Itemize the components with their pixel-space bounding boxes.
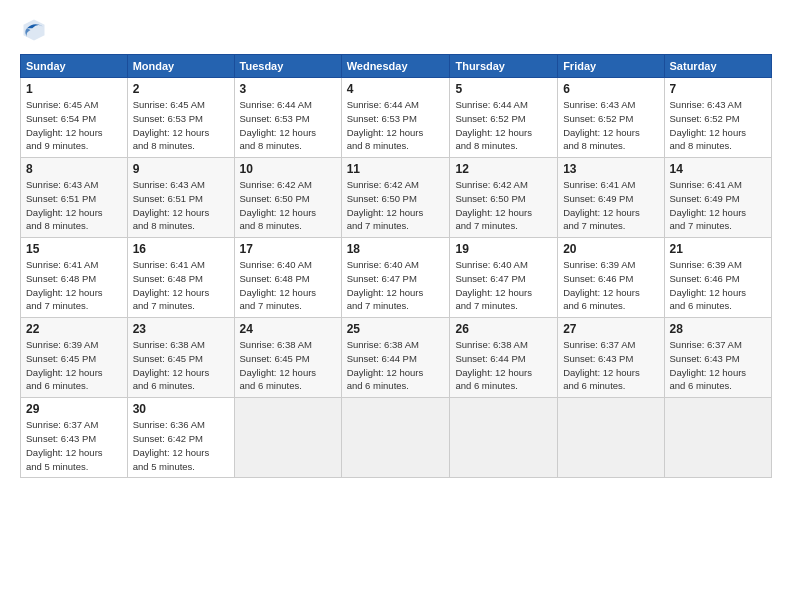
weekday-header-monday: Monday — [127, 55, 234, 78]
day-number: 16 — [133, 242, 229, 256]
calendar-cell: 27Sunrise: 6:37 AM Sunset: 6:43 PM Dayli… — [558, 318, 664, 398]
day-number: 22 — [26, 322, 122, 336]
calendar-cell: 16Sunrise: 6:41 AM Sunset: 6:48 PM Dayli… — [127, 238, 234, 318]
calendar-cell: 28Sunrise: 6:37 AM Sunset: 6:43 PM Dayli… — [664, 318, 771, 398]
day-info: Sunrise: 6:43 AM Sunset: 6:51 PM Dayligh… — [26, 178, 122, 233]
calendar-cell — [234, 398, 341, 478]
day-number: 1 — [26, 82, 122, 96]
weekday-header-thursday: Thursday — [450, 55, 558, 78]
calendar-cell: 26Sunrise: 6:38 AM Sunset: 6:44 PM Dayli… — [450, 318, 558, 398]
day-info: Sunrise: 6:41 AM Sunset: 6:49 PM Dayligh… — [670, 178, 766, 233]
day-number: 17 — [240, 242, 336, 256]
day-number: 23 — [133, 322, 229, 336]
calendar-cell: 22Sunrise: 6:39 AM Sunset: 6:45 PM Dayli… — [21, 318, 128, 398]
calendar-cell: 30Sunrise: 6:36 AM Sunset: 6:42 PM Dayli… — [127, 398, 234, 478]
page: SundayMondayTuesdayWednesdayThursdayFrid… — [0, 0, 792, 612]
calendar-cell: 24Sunrise: 6:38 AM Sunset: 6:45 PM Dayli… — [234, 318, 341, 398]
calendar-cell: 9Sunrise: 6:43 AM Sunset: 6:51 PM Daylig… — [127, 158, 234, 238]
calendar-week-5: 29Sunrise: 6:37 AM Sunset: 6:43 PM Dayli… — [21, 398, 772, 478]
calendar-cell — [558, 398, 664, 478]
calendar-week-3: 15Sunrise: 6:41 AM Sunset: 6:48 PM Dayli… — [21, 238, 772, 318]
day-number: 18 — [347, 242, 445, 256]
calendar-week-1: 1Sunrise: 6:45 AM Sunset: 6:54 PM Daylig… — [21, 78, 772, 158]
day-number: 6 — [563, 82, 658, 96]
day-number: 4 — [347, 82, 445, 96]
day-info: Sunrise: 6:41 AM Sunset: 6:48 PM Dayligh… — [133, 258, 229, 313]
day-info: Sunrise: 6:41 AM Sunset: 6:48 PM Dayligh… — [26, 258, 122, 313]
day-info: Sunrise: 6:40 AM Sunset: 6:47 PM Dayligh… — [347, 258, 445, 313]
day-number: 15 — [26, 242, 122, 256]
day-info: Sunrise: 6:37 AM Sunset: 6:43 PM Dayligh… — [26, 418, 122, 473]
calendar-cell: 1Sunrise: 6:45 AM Sunset: 6:54 PM Daylig… — [21, 78, 128, 158]
calendar-cell: 17Sunrise: 6:40 AM Sunset: 6:48 PM Dayli… — [234, 238, 341, 318]
day-number: 8 — [26, 162, 122, 176]
day-number: 9 — [133, 162, 229, 176]
day-info: Sunrise: 6:37 AM Sunset: 6:43 PM Dayligh… — [563, 338, 658, 393]
day-info: Sunrise: 6:42 AM Sunset: 6:50 PM Dayligh… — [455, 178, 552, 233]
day-info: Sunrise: 6:38 AM Sunset: 6:44 PM Dayligh… — [347, 338, 445, 393]
day-info: Sunrise: 6:40 AM Sunset: 6:48 PM Dayligh… — [240, 258, 336, 313]
calendar-week-2: 8Sunrise: 6:43 AM Sunset: 6:51 PM Daylig… — [21, 158, 772, 238]
day-number: 5 — [455, 82, 552, 96]
calendar-cell: 20Sunrise: 6:39 AM Sunset: 6:46 PM Dayli… — [558, 238, 664, 318]
day-number: 3 — [240, 82, 336, 96]
calendar-cell — [341, 398, 450, 478]
day-number: 2 — [133, 82, 229, 96]
day-info: Sunrise: 6:42 AM Sunset: 6:50 PM Dayligh… — [240, 178, 336, 233]
day-info: Sunrise: 6:43 AM Sunset: 6:52 PM Dayligh… — [563, 98, 658, 153]
day-number: 19 — [455, 242, 552, 256]
day-number: 25 — [347, 322, 445, 336]
day-info: Sunrise: 6:44 AM Sunset: 6:53 PM Dayligh… — [240, 98, 336, 153]
weekday-header-tuesday: Tuesday — [234, 55, 341, 78]
day-info: Sunrise: 6:39 AM Sunset: 6:46 PM Dayligh… — [563, 258, 658, 313]
day-info: Sunrise: 6:43 AM Sunset: 6:51 PM Dayligh… — [133, 178, 229, 233]
calendar-week-4: 22Sunrise: 6:39 AM Sunset: 6:45 PM Dayli… — [21, 318, 772, 398]
calendar-cell: 29Sunrise: 6:37 AM Sunset: 6:43 PM Dayli… — [21, 398, 128, 478]
day-number: 29 — [26, 402, 122, 416]
day-number: 28 — [670, 322, 766, 336]
day-info: Sunrise: 6:42 AM Sunset: 6:50 PM Dayligh… — [347, 178, 445, 233]
day-info: Sunrise: 6:44 AM Sunset: 6:52 PM Dayligh… — [455, 98, 552, 153]
day-info: Sunrise: 6:43 AM Sunset: 6:52 PM Dayligh… — [670, 98, 766, 153]
day-number: 20 — [563, 242, 658, 256]
day-info: Sunrise: 6:41 AM Sunset: 6:49 PM Dayligh… — [563, 178, 658, 233]
header — [20, 16, 772, 44]
calendar-cell: 5Sunrise: 6:44 AM Sunset: 6:52 PM Daylig… — [450, 78, 558, 158]
calendar-cell: 11Sunrise: 6:42 AM Sunset: 6:50 PM Dayli… — [341, 158, 450, 238]
weekday-header-row: SundayMondayTuesdayWednesdayThursdayFrid… — [21, 55, 772, 78]
day-number: 27 — [563, 322, 658, 336]
weekday-header-friday: Friday — [558, 55, 664, 78]
logo — [20, 16, 52, 44]
weekday-header-wednesday: Wednesday — [341, 55, 450, 78]
day-info: Sunrise: 6:38 AM Sunset: 6:44 PM Dayligh… — [455, 338, 552, 393]
logo-icon — [20, 16, 48, 44]
day-info: Sunrise: 6:40 AM Sunset: 6:47 PM Dayligh… — [455, 258, 552, 313]
day-number: 26 — [455, 322, 552, 336]
day-info: Sunrise: 6:45 AM Sunset: 6:54 PM Dayligh… — [26, 98, 122, 153]
day-info: Sunrise: 6:39 AM Sunset: 6:46 PM Dayligh… — [670, 258, 766, 313]
calendar-cell: 8Sunrise: 6:43 AM Sunset: 6:51 PM Daylig… — [21, 158, 128, 238]
calendar-cell — [450, 398, 558, 478]
calendar-cell: 14Sunrise: 6:41 AM Sunset: 6:49 PM Dayli… — [664, 158, 771, 238]
day-info: Sunrise: 6:36 AM Sunset: 6:42 PM Dayligh… — [133, 418, 229, 473]
calendar-cell — [664, 398, 771, 478]
calendar-cell: 6Sunrise: 6:43 AM Sunset: 6:52 PM Daylig… — [558, 78, 664, 158]
calendar-cell: 18Sunrise: 6:40 AM Sunset: 6:47 PM Dayli… — [341, 238, 450, 318]
calendar-cell: 7Sunrise: 6:43 AM Sunset: 6:52 PM Daylig… — [664, 78, 771, 158]
day-number: 12 — [455, 162, 552, 176]
calendar-cell: 23Sunrise: 6:38 AM Sunset: 6:45 PM Dayli… — [127, 318, 234, 398]
day-info: Sunrise: 6:38 AM Sunset: 6:45 PM Dayligh… — [133, 338, 229, 393]
calendar-cell: 13Sunrise: 6:41 AM Sunset: 6:49 PM Dayli… — [558, 158, 664, 238]
day-info: Sunrise: 6:44 AM Sunset: 6:53 PM Dayligh… — [347, 98, 445, 153]
day-number: 21 — [670, 242, 766, 256]
weekday-header-saturday: Saturday — [664, 55, 771, 78]
calendar-cell: 2Sunrise: 6:45 AM Sunset: 6:53 PM Daylig… — [127, 78, 234, 158]
day-info: Sunrise: 6:37 AM Sunset: 6:43 PM Dayligh… — [670, 338, 766, 393]
weekday-header-sunday: Sunday — [21, 55, 128, 78]
calendar: SundayMondayTuesdayWednesdayThursdayFrid… — [20, 54, 772, 478]
day-info: Sunrise: 6:45 AM Sunset: 6:53 PM Dayligh… — [133, 98, 229, 153]
day-number: 14 — [670, 162, 766, 176]
day-number: 30 — [133, 402, 229, 416]
calendar-cell: 12Sunrise: 6:42 AM Sunset: 6:50 PM Dayli… — [450, 158, 558, 238]
day-info: Sunrise: 6:39 AM Sunset: 6:45 PM Dayligh… — [26, 338, 122, 393]
